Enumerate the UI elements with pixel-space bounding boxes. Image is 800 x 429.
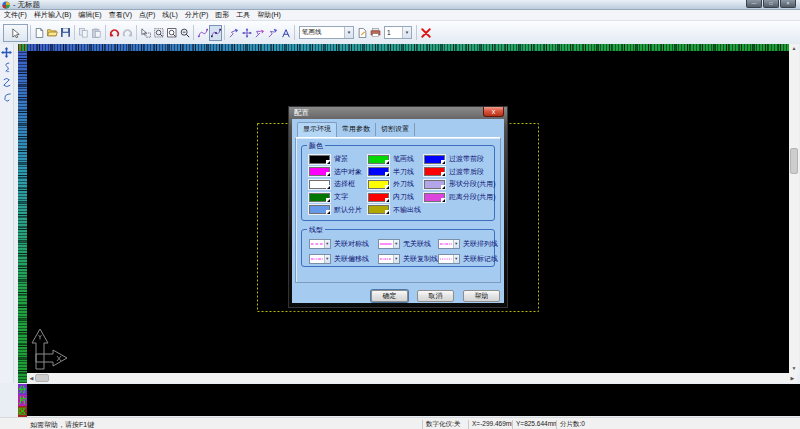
menu-tools[interactable]: 工具 xyxy=(236,10,250,20)
scroll-right-icon[interactable]: ▶ xyxy=(788,373,797,383)
vertical-scrollbar[interactable]: ▲ ▼ xyxy=(789,44,799,373)
status-piece-count: 分片数:0 xyxy=(556,420,590,429)
dialog-body: 显示环境 常用参数 切割设置 颜色 背景 选中对象 选择框 文字 默认分片 笔画… xyxy=(292,119,504,303)
help-button[interactable]: 帮助 xyxy=(463,290,500,302)
menu-bar: 文件(F) 样片输入(B) 编辑(E) 查看(V) 点(P) 线(L) 分片(P… xyxy=(0,10,800,21)
zoom-select-button[interactable] xyxy=(139,25,152,41)
colors-group-label: 颜色 xyxy=(307,141,325,150)
ok-button[interactable]: 确定 xyxy=(371,290,408,302)
menu-edit[interactable]: 编辑(E) xyxy=(78,10,101,20)
save-file-button[interactable] xyxy=(59,25,72,41)
chevron-down-icon[interactable]: ▼ xyxy=(402,27,411,38)
open-file-button[interactable] xyxy=(46,25,59,41)
tab-page-display-environment: 颜色 背景 选中对象 选择框 文字 默认分片 笔画线 半刀线 外刀线 内刀线 不… xyxy=(295,137,501,283)
color-swatch-transition-front[interactable] xyxy=(424,155,445,164)
close-button[interactable]: × xyxy=(780,0,796,8)
origin-axes-icon xyxy=(29,327,71,373)
chevron-down-icon[interactable]: ▼ xyxy=(453,255,459,263)
linetype-combo-marker[interactable]: ▼ xyxy=(438,254,460,264)
new-view-button[interactable] xyxy=(356,25,369,41)
scroll-up-icon[interactable]: ▲ xyxy=(789,44,799,53)
chevron-down-icon[interactable]: ▼ xyxy=(393,240,399,248)
line-type-combo[interactable]: 笔画线 ▼ xyxy=(299,26,354,39)
linetype-combo-offset[interactable]: ▼ xyxy=(309,254,331,264)
color-swatch-distance-segment[interactable] xyxy=(424,193,445,202)
horizontal-scrollbar[interactable]: ◀ ▶ xyxy=(27,373,797,383)
color-swatch-text[interactable] xyxy=(309,193,330,202)
curve-tool-1-button[interactable] xyxy=(1,61,13,73)
cursor-icon xyxy=(11,28,21,38)
color-swatch-transition-back[interactable] xyxy=(424,167,445,176)
move-node-button[interactable] xyxy=(266,25,279,41)
move-point-center-button[interactable] xyxy=(240,25,253,41)
window-title: - 无标题 xyxy=(13,0,40,10)
curve-icon xyxy=(2,77,12,88)
delete-button[interactable] xyxy=(419,25,432,41)
tab-cutting-settings[interactable]: 切割设置 xyxy=(376,123,415,136)
menu-help[interactable]: 帮助(H) xyxy=(257,10,281,20)
vertical-scrollbar-thumb[interactable] xyxy=(790,148,798,174)
chevron-down-icon[interactable]: ▼ xyxy=(324,255,330,263)
chevron-down-icon[interactable]: ▼ xyxy=(453,240,459,248)
move-point-button[interactable] xyxy=(227,25,240,41)
menu-graphic[interactable]: 图形 xyxy=(215,10,229,20)
color-swatch-selection-box[interactable] xyxy=(309,180,330,189)
linetype-combo-array[interactable]: ▼ xyxy=(438,239,460,249)
menu-line[interactable]: 线(L) xyxy=(162,10,178,20)
chevron-down-icon[interactable]: ▼ xyxy=(344,27,353,38)
piece-strip[interactable] xyxy=(27,384,800,416)
linetype-combo-symmetric[interactable]: ▼ xyxy=(309,239,331,249)
new-file-button[interactable] xyxy=(33,25,46,41)
color-swatch-inner-cut-line[interactable] xyxy=(368,193,389,202)
tab-common-parameters[interactable]: 常用参数 xyxy=(337,123,376,136)
paste-button[interactable] xyxy=(90,25,103,41)
color-swatch-selected-object[interactable] xyxy=(309,167,330,176)
undo-button[interactable] xyxy=(108,25,121,41)
menu-piece[interactable]: 分片(P) xyxy=(185,10,208,20)
linetype-combo-copy[interactable]: ▼ xyxy=(378,254,400,264)
menu-point[interactable]: 点(P) xyxy=(139,10,155,20)
color-swatch-pen-line[interactable] xyxy=(368,155,389,164)
chevron-down-icon[interactable]: ▼ xyxy=(324,240,330,248)
color-swatch-default-piece[interactable] xyxy=(309,205,330,214)
minimize-button[interactable]: — xyxy=(746,0,762,8)
linetype-combo-unassociated[interactable]: ▼ xyxy=(378,239,400,249)
curve-tool-2-button[interactable] xyxy=(1,76,13,88)
move-icon xyxy=(1,47,12,58)
tab-display-environment[interactable]: 显示环境 xyxy=(297,122,337,137)
print-button[interactable] xyxy=(369,25,382,41)
color-label: 形状分段(共用) xyxy=(449,179,496,189)
chevron-down-icon[interactable]: ▼ xyxy=(393,255,399,263)
dialog-close-button[interactable]: x xyxy=(483,107,504,117)
color-swatch-no-output-line[interactable] xyxy=(368,205,389,214)
color-swatch-half-cut-line[interactable] xyxy=(368,167,389,176)
horizontal-scrollbar-thumb[interactable] xyxy=(35,374,49,382)
cancel-button[interactable]: 取消 xyxy=(417,290,454,302)
menu-file[interactable]: 文件(F) xyxy=(4,10,27,20)
zoom-out-button[interactable] xyxy=(178,25,191,41)
move-all-button[interactable] xyxy=(279,25,292,41)
color-swatch-outer-cut-line[interactable] xyxy=(368,180,389,189)
scroll-down-icon[interactable]: ▼ xyxy=(789,364,799,373)
config-dialog: 配置 x 显示环境 常用参数 切割设置 颜色 背景 选中对象 选择框 文字 默认… xyxy=(288,106,508,308)
knife-tool-button[interactable] xyxy=(1,91,13,103)
copies-combo[interactable]: 1 ▼ xyxy=(384,26,412,39)
maximize-button[interactable]: □ xyxy=(763,0,779,8)
select-tool-button[interactable] xyxy=(3,24,28,42)
show-points-button[interactable] xyxy=(196,25,209,41)
color-label: 笔画线 xyxy=(393,154,414,164)
menu-view[interactable]: 查看(V) xyxy=(109,10,132,20)
ruler-corner xyxy=(18,44,27,51)
redo-button[interactable] xyxy=(121,25,134,41)
copy-button[interactable] xyxy=(77,25,90,41)
color-label: 过渡带前段 xyxy=(449,154,484,164)
color-swatch-background[interactable] xyxy=(309,155,330,164)
dialog-title-bar: 配置 x xyxy=(289,107,507,119)
pan-move-button[interactable] xyxy=(1,46,13,58)
move-curve-button[interactable] xyxy=(253,25,266,41)
zoom-window-button[interactable] xyxy=(152,25,165,41)
color-swatch-shape-segment[interactable] xyxy=(424,180,445,189)
menu-sample-input[interactable]: 样片输入(B) xyxy=(34,10,71,20)
show-points-active-button[interactable] xyxy=(209,25,222,41)
zoom-page-button[interactable] xyxy=(165,25,178,41)
